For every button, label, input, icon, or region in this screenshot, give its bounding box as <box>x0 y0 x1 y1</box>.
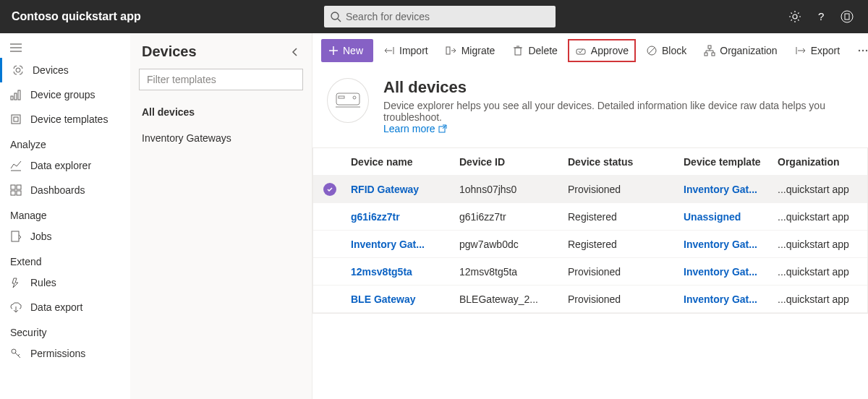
table-row[interactable]: g61i6zz7tr g61i6zz7tr Registered Unassig… <box>313 203 867 231</box>
nav-permissions[interactable]: Permissions <box>0 341 130 366</box>
nav-label: Rules <box>30 277 56 288</box>
export-button[interactable]: Export <box>788 39 847 62</box>
table-header-row: Device name Device ID Device status Devi… <box>313 148 867 176</box>
dashboard-icon <box>10 184 22 196</box>
top-bar: Contoso quickstart app ? <box>0 0 868 33</box>
svg-rect-14 <box>14 117 18 121</box>
template-all-devices[interactable]: All devices <box>130 99 312 125</box>
cell-device-template[interactable]: Inventory Gat... <box>679 293 773 305</box>
col-device-template[interactable]: Device template <box>679 156 773 168</box>
cell-organization: ...quickstart app <box>773 266 868 278</box>
table-row[interactable]: Inventory Gat... pgw7awb0dc Registered I… <box>313 231 867 258</box>
nav-rules[interactable]: Rules <box>0 270 130 295</box>
table-row[interactable]: RFID Gateway 1ohns07jhs0 Provisioned Inv… <box>313 176 867 203</box>
new-button[interactable]: New <box>321 39 373 62</box>
nav-section-manage: Manage <box>0 202 130 224</box>
filter-templates-input[interactable] <box>139 69 303 90</box>
nav-label: Permissions <box>30 348 85 359</box>
external-link-icon <box>438 124 447 133</box>
page-title: All devices <box>383 78 854 97</box>
devices-icon <box>12 64 24 76</box>
cell-device-name[interactable]: 12msv8tg5ta <box>346 266 455 278</box>
button-label: New <box>343 45 363 56</box>
device-templates-icon <box>10 113 22 125</box>
table-row[interactable]: 12msv8tg5ta 12msv8tg5ta Provisioned Inve… <box>313 258 867 286</box>
svg-point-46 <box>859 50 860 51</box>
row-checkbox[interactable] <box>313 183 346 196</box>
nav-device-templates[interactable]: Device templates <box>0 107 130 132</box>
cell-device-name[interactable]: Inventory Gat... <box>346 239 455 250</box>
nav-label: Jobs <box>30 231 52 242</box>
svg-point-0 <box>331 12 339 20</box>
devices-hero-icon <box>327 78 369 123</box>
device-groups-icon <box>10 89 22 100</box>
jobs-icon <box>10 231 22 242</box>
svg-rect-17 <box>17 185 21 189</box>
button-label: Migrate <box>461 45 495 56</box>
collapse-icon[interactable] <box>290 47 300 57</box>
cell-device-name[interactable]: BLE Gateway <box>346 293 455 305</box>
template-inventory-gateways[interactable]: Inventory Gateways <box>130 125 312 151</box>
svg-point-48 <box>866 50 867 51</box>
cell-device-template[interactable]: Unassigned <box>679 211 773 223</box>
nav-dashboards[interactable]: Dashboards <box>0 178 130 202</box>
svg-rect-38 <box>705 53 707 56</box>
svg-rect-18 <box>11 191 15 195</box>
svg-point-9 <box>16 68 20 72</box>
cell-device-id: g61i6zz7tr <box>455 211 563 223</box>
approve-button[interactable]: Approve <box>568 39 636 62</box>
help-icon[interactable]: ? <box>814 10 827 23</box>
organization-button[interactable]: Organization <box>697 39 784 62</box>
cell-device-id: BLEGateway_2... <box>455 293 563 305</box>
svg-rect-11 <box>14 93 17 100</box>
permissions-icon <box>10 348 22 359</box>
nav-devices[interactable]: Devices <box>0 58 130 82</box>
block-button[interactable]: Block <box>639 39 694 62</box>
button-label: Organization <box>720 45 777 56</box>
more-icon <box>857 45 868 56</box>
import-button[interactable]: Import <box>376 39 435 62</box>
cell-device-status: Registered <box>563 239 679 250</box>
table-row[interactable]: BLE Gateway BLEGateway_2... Provisioned … <box>313 286 867 313</box>
col-organization[interactable]: Organization <box>773 156 868 168</box>
delete-button[interactable]: Delete <box>505 39 564 62</box>
svg-text:?: ? <box>818 10 824 22</box>
rules-icon <box>10 277 22 288</box>
cell-device-template[interactable]: Inventory Gat... <box>679 184 773 195</box>
cell-organization: ...quickstart app <box>773 211 868 223</box>
svg-rect-29 <box>446 47 450 54</box>
cell-device-template[interactable]: Inventory Gat... <box>679 266 773 278</box>
templates-title: Devices <box>142 43 197 60</box>
app-title: Contoso quickstart app <box>6 10 324 23</box>
svg-rect-39 <box>712 53 715 56</box>
nav-data-explorer[interactable]: Data explorer <box>0 153 130 178</box>
search-wrapper <box>324 6 556 27</box>
svg-rect-54 <box>339 96 344 98</box>
nav-device-groups[interactable]: Device groups <box>0 82 130 107</box>
col-device-status[interactable]: Device status <box>563 156 679 168</box>
cell-device-template[interactable]: Inventory Gat... <box>679 239 773 250</box>
button-label: Export <box>811 45 840 56</box>
cell-device-status: Provisioned <box>563 184 679 195</box>
button-label: Delete <box>528 45 557 56</box>
nav-section-extend: Extend <box>0 249 130 270</box>
learn-more-link[interactable]: Learn more <box>383 123 447 134</box>
col-device-id[interactable]: Device ID <box>455 156 563 168</box>
body: Devices Device groups Device templates A… <box>0 33 868 399</box>
search-input[interactable] <box>324 6 556 27</box>
clipboard-icon[interactable] <box>841 10 854 23</box>
cell-device-name[interactable]: g61i6zz7tr <box>346 211 455 223</box>
organization-icon <box>704 45 715 56</box>
hamburger-icon[interactable] <box>0 38 130 58</box>
more-button[interactable] <box>850 39 868 62</box>
cell-device-name[interactable]: RFID Gateway <box>346 184 455 195</box>
col-device-name[interactable]: Device name <box>346 156 455 168</box>
migrate-button[interactable]: Migrate <box>438 39 503 62</box>
svg-line-24 <box>18 354 20 356</box>
nav-jobs[interactable]: Jobs <box>0 224 130 249</box>
topbar-actions: ? <box>788 10 862 23</box>
plus-icon <box>328 46 339 56</box>
nav-data-export[interactable]: Data export <box>0 295 130 319</box>
nav-label: Device templates <box>30 113 108 125</box>
gear-icon[interactable] <box>788 10 801 23</box>
